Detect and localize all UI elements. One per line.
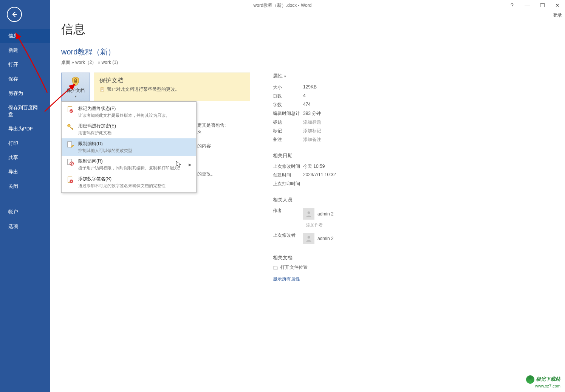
doc-sign-icon [66, 176, 74, 184]
date-key: 上次修改时间 [273, 163, 303, 170]
svg-rect-1 [101, 87, 104, 91]
protect-panel-title: 保护文档 [99, 77, 245, 85]
date-value: 2023/7/11 10:32 [303, 172, 336, 178]
svg-point-11 [308, 236, 310, 239]
window-title: word教程（新）.docx - Word [254, 2, 312, 9]
show-all-properties-link[interactable]: 显示所有属性 [273, 276, 300, 282]
author-name: admin 2 [317, 211, 334, 217]
property-row: 页数4 [273, 92, 398, 101]
property-value: 129KB [303, 84, 317, 91]
arrow-left-icon [11, 11, 18, 18]
add-author-link[interactable]: 添加作者 [306, 222, 398, 228]
back-button[interactable] [7, 7, 22, 22]
property-row: 备注添加备注 [273, 135, 398, 144]
property-key: 备注 [273, 136, 303, 143]
key-lock-icon [66, 123, 74, 131]
protect-document-button[interactable]: 保护文档 ▾ [61, 73, 90, 101]
property-row: 标记添加标记 [273, 127, 398, 135]
date-key: 创建时间 [273, 172, 303, 178]
dropdown-item-1[interactable]: 用密码进行加密(E)用密码保护此文档 [62, 121, 196, 138]
dropdown-item-0[interactable]: 标记为最终状态(F)让读者知晓此文档是最终版本，并将其设为只读。 [62, 103, 196, 121]
related-people-header: 相关人员 [273, 197, 398, 203]
avatar [303, 208, 314, 220]
date-value: 今天 10:59 [303, 163, 325, 170]
backstage-sidebar: 信息新建打开保存另存为保存到百度网盘导出为PDF打印共享导出关闭帐户选项 [0, 0, 50, 392]
property-row: 大小129KB [273, 83, 398, 92]
property-value[interactable]: 添加标记 [303, 128, 321, 134]
inspect-doc-peek: 定其是否包含: 名 [197, 122, 226, 136]
person-icon [305, 210, 313, 218]
dropdown-item-3[interactable]: 限制访问(R)授予用户访问权限，同时限制其编辑、复制和打印能力。▶ [62, 156, 196, 173]
protect-document-dropdown: 标记为最终状态(F)让读者知晓此文档是最终版本，并将其设为只读。用密码进行加密(… [61, 101, 197, 193]
backstage-main: 信息 word教程（新） 桌面 » work（2） » work (1) 保护文… [50, 11, 565, 392]
property-key: 标题 [273, 119, 303, 126]
nav-item-10[interactable]: 关闭 [0, 179, 50, 194]
property-row: 编辑时间总计393 分钟 [273, 109, 398, 118]
protect-status-panel: 保护文档 禁止对此文档进行某些类型的更改。 [94, 73, 250, 101]
titlebar: word教程（新）.docx - Word ? — ❐ ✕ [0, 0, 565, 11]
property-value[interactable]: 添加备注 [303, 136, 321, 143]
minimize-button[interactable]: — [520, 0, 535, 11]
nav-item-5[interactable]: 保存到百度网盘 [0, 101, 50, 122]
nav-item-2[interactable]: 打开 [0, 57, 50, 72]
dropdown-item-title: 用密码进行加密(E) [78, 123, 192, 129]
dropdown-item-title: 限制编辑(D) [78, 141, 192, 147]
dropdown-item-2[interactable]: 限制编辑(D)控制其他人可以做的更改类型 [62, 138, 196, 156]
properties-header[interactable]: 属性 ▾ [273, 73, 398, 79]
dropdown-item-4[interactable]: 添加数字签名(S)通过添加不可见的数字签名来确保文档的完整性 [62, 174, 196, 191]
nav-item-8[interactable]: 共享 [0, 150, 50, 165]
svg-rect-5 [68, 142, 72, 147]
nav-item-4[interactable]: 另存为 [0, 86, 50, 101]
property-row: 标题添加标题 [273, 118, 398, 127]
nav-item-11[interactable]: 帐户 [0, 205, 50, 219]
watermark-logo-icon [526, 375, 534, 384]
nav-item-0[interactable]: 信息 [0, 29, 50, 43]
nav-item-6[interactable]: 导出为PDF [0, 122, 50, 136]
chevron-down-icon: ▾ [284, 74, 286, 78]
page-title: 信息 [61, 21, 554, 38]
date-row: 上次修改时间今天 10:59 [273, 162, 398, 171]
related-dates-header: 相关日期 [273, 152, 398, 159]
help-button[interactable]: ? [505, 0, 520, 11]
author-label: 作者 [273, 208, 303, 220]
modifier-label: 上次修改者 [273, 232, 303, 245]
versions-peek: 的更改。 [197, 171, 215, 177]
restore-button[interactable]: ❐ [535, 0, 550, 11]
date-key: 上次打印时间 [273, 181, 303, 187]
svg-rect-0 [74, 80, 77, 82]
property-key: 字数 [273, 102, 303, 108]
chevron-right-icon: ▶ [189, 163, 192, 167]
dropdown-item-desc: 授予用户访问权限，同时限制其编辑、复制和打印能力。 [78, 165, 185, 171]
modifier-name: admin 2 [317, 236, 334, 241]
document-title: word教程（新） [61, 47, 554, 57]
dropdown-item-title: 限制访问(R) [78, 158, 185, 164]
property-value[interactable]: 添加标题 [303, 119, 321, 126]
nav-item-12[interactable]: 选项 [0, 219, 50, 234]
avatar [303, 233, 314, 244]
doc-pencil-icon [66, 141, 74, 149]
dropdown-item-desc: 让读者知晓此文档是最终版本，并将其设为只读。 [78, 113, 192, 118]
shield-lock-icon [70, 76, 81, 87]
dropdown-item-title: 标记为最终状态(F) [78, 105, 192, 112]
close-button[interactable]: ✕ [550, 0, 565, 11]
svg-point-10 [308, 211, 310, 214]
nav-item-9[interactable]: 导出 [0, 165, 50, 179]
nav-item-7[interactable]: 打印 [0, 136, 50, 150]
doc-check-icon [66, 105, 74, 114]
properties-panel: 属性 ▾ 大小129KB页数4字数474编辑时间总计393 分钟标题添加标题标记… [273, 73, 398, 282]
open-file-location[interactable]: 打开文件位置 [273, 264, 398, 271]
watermark: 极光下载站 www.xz7.com [526, 375, 560, 388]
protect-panel-desc: 禁止对此文档进行某些类型的更改。 [107, 86, 180, 93]
protect-document-block: 保护文档 ▾ 保护文档 禁止对此文档进行某些类型的更改。 [61, 73, 250, 101]
dropdown-item-desc: 控制其他人可以做的更改类型 [78, 148, 192, 153]
chevron-down-icon: ▾ [75, 95, 77, 98]
manage-doc-peek: 的内容 [197, 143, 211, 149]
property-key: 编辑时间总计 [273, 110, 303, 117]
nav-item-1[interactable]: 新建 [0, 43, 50, 57]
nav-item-3[interactable]: 保存 [0, 72, 50, 86]
related-docs-header: 相关文档 [273, 254, 398, 261]
property-key: 标记 [273, 128, 303, 134]
property-key: 大小 [273, 84, 303, 91]
date-row: 上次打印时间 [273, 180, 398, 188]
breadcrumb: 桌面 » work（2） » work (1) [61, 59, 554, 66]
